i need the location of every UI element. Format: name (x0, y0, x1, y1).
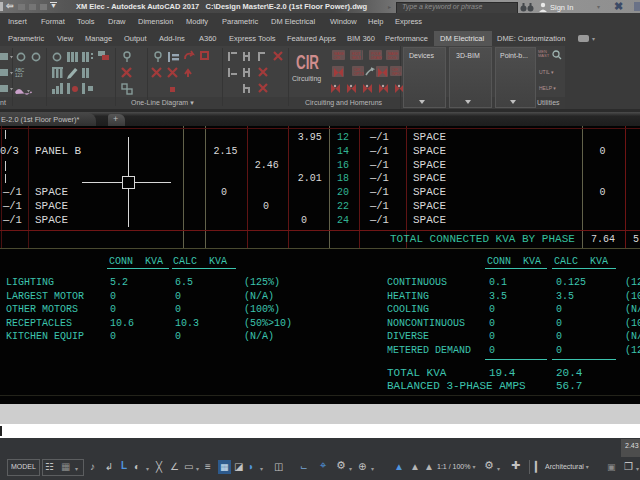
svg-text:0: 0 (110, 291, 116, 302)
svg-text:3.5: 3.5 (489, 291, 507, 302)
svg-text:0: 0 (221, 187, 227, 198)
svg-text:KITCHEN EQUIP: KITCHEN EQUIP (6, 331, 84, 342)
svg-text:0/3: 0/3 (0, 145, 19, 157)
svg-text:0: 0 (110, 304, 116, 315)
svg-text:(100%): (100%) (625, 318, 640, 329)
svg-text:24: 24 (337, 215, 349, 226)
svg-text:(N/A): (N/A) (625, 331, 640, 342)
svg-text:CONN KVA: CONN KVA (109, 256, 163, 267)
svg-text:0: 0 (175, 291, 181, 302)
svg-text:2.15: 2.15 (214, 146, 238, 157)
svg-text:(N/A): (N/A) (244, 291, 274, 302)
svg-text:—/1: —/1 (2, 214, 22, 226)
svg-text:(125%): (125%) (625, 345, 640, 356)
svg-text:SPACE: SPACE (413, 186, 446, 198)
svg-text:—/1: —/1 (369, 131, 389, 143)
svg-text:SPACE: SPACE (413, 145, 446, 157)
svg-text:MULT: MULT (352, 56, 362, 60)
svg-text:CIR: CIR (334, 56, 341, 60)
svg-text:12: 12 (337, 132, 349, 143)
svg-text:OPTS: OPTS (354, 72, 364, 76)
svg-text:56.7: 56.7 (556, 380, 582, 392)
svg-text:CIR: CIR (296, 50, 319, 73)
svg-text:16: 16 (337, 160, 349, 171)
svg-text:0: 0 (556, 318, 562, 329)
svg-text:—/1: —/1 (369, 145, 389, 157)
svg-text:SPACE: SPACE (35, 186, 68, 198)
svg-text:(125%): (125%) (244, 277, 280, 288)
svg-text:0.125: 0.125 (556, 277, 586, 288)
svg-text:CONN KVA: CONN KVA (487, 256, 541, 267)
svg-text:—/1: —/1 (369, 186, 389, 198)
svg-text:RECEPTACLES: RECEPTACLES (6, 318, 72, 329)
svg-text:0: 0 (556, 331, 562, 342)
svg-text:HEATING: HEATING (387, 291, 429, 302)
svg-text:2.46: 2.46 (255, 160, 279, 171)
svg-text:14: 14 (337, 146, 349, 157)
svg-text:INFO: INFO (392, 72, 401, 76)
svg-text:0.1: 0.1 (489, 277, 507, 288)
svg-text:DRAW: DRAW (371, 56, 382, 60)
svg-text:—/1: —/1 (369, 159, 389, 171)
svg-text:—/1: —/1 (369, 214, 389, 226)
svg-text:—/1: —/1 (2, 186, 22, 198)
svg-text:10.6: 10.6 (110, 318, 134, 329)
svg-text:LIGHTING: LIGHTING (6, 277, 54, 288)
svg-text:—/1: —/1 (369, 200, 389, 212)
svg-text:Circuiting: Circuiting (292, 75, 321, 83)
svg-text:DIVERSE: DIVERSE (387, 331, 429, 342)
svg-text:(50%>10): (50%>10) (244, 318, 292, 329)
svg-text:CALC KVA: CALC KVA (554, 256, 608, 267)
svg-text:19.4: 19.4 (489, 367, 516, 379)
svg-text:2.01: 2.01 (298, 173, 322, 184)
svg-text:SPACE: SPACE (413, 131, 446, 143)
svg-text:(N/A): (N/A) (625, 304, 640, 315)
svg-text:20: 20 (337, 187, 349, 198)
svg-text:CALC KVA: CALC KVA (173, 256, 227, 267)
svg-text:TOTAL KVA: TOTAL KVA (387, 367, 447, 379)
svg-text:PANEL B: PANEL B (35, 145, 82, 157)
svg-text:SPACE: SPACE (413, 172, 446, 184)
svg-text:METERED DEMAND: METERED DEMAND (387, 345, 471, 356)
svg-text:0: 0 (263, 201, 269, 212)
svg-text:SPACE: SPACE (413, 200, 446, 212)
svg-text:0: 0 (600, 187, 606, 198)
svg-text:123: 123 (15, 73, 23, 78)
svg-text:0: 0 (489, 304, 495, 315)
svg-text:22: 22 (337, 201, 349, 212)
svg-text:(N/A): (N/A) (244, 331, 274, 342)
svg-text:SPACE: SPACE (35, 214, 68, 226)
svg-text:6.5: 6.5 (175, 277, 193, 288)
svg-text:DOG: DOG (388, 56, 396, 60)
svg-text:0: 0 (556, 304, 562, 315)
svg-text:0: 0 (110, 331, 116, 342)
svg-text:SPACE: SPACE (35, 200, 68, 212)
svg-text:SPACE: SPACE (413, 214, 446, 226)
svg-text:0: 0 (175, 304, 181, 315)
svg-text:NONCONTINUOUS: NONCONTINUOUS (387, 318, 465, 329)
svg-text:3.95: 3.95 (298, 132, 322, 143)
svg-text:18: 18 (337, 173, 349, 184)
svg-text:CONTINUOUS: CONTINUOUS (387, 277, 447, 288)
svg-text:—/1: —/1 (2, 200, 22, 212)
svg-text:0: 0 (175, 331, 181, 342)
svg-text:3.5: 3.5 (556, 291, 574, 302)
svg-text:0: 0 (489, 318, 495, 329)
svg-text:(100%): (100%) (625, 291, 640, 302)
svg-text:(100%): (100%) (244, 304, 280, 315)
svg-text:SPACE: SPACE (413, 159, 446, 171)
svg-text:LARGEST MOTOR: LARGEST MOTOR (6, 291, 84, 302)
svg-text:COOLING: COOLING (387, 304, 429, 315)
svg-text:TOTAL CONNECTED KVA BY PHASE: TOTAL CONNECTED KVA BY PHASE (390, 233, 575, 245)
svg-text:0: 0 (489, 345, 495, 356)
svg-text:BALANCED 3-PHASE AMPS: BALANCED 3-PHASE AMPS (387, 380, 526, 392)
svg-text:0: 0 (600, 146, 606, 157)
svg-text:7.64: 7.64 (591, 234, 615, 245)
svg-text:0: 0 (489, 331, 495, 342)
svg-text:—/1: —/1 (369, 172, 389, 184)
svg-text:0: 0 (301, 215, 307, 226)
svg-text:OTHER MOTORS: OTHER MOTORS (6, 304, 78, 315)
svg-text:0: 0 (556, 345, 562, 356)
svg-text:5: 5 (633, 234, 639, 245)
svg-text:5.2: 5.2 (110, 277, 128, 288)
